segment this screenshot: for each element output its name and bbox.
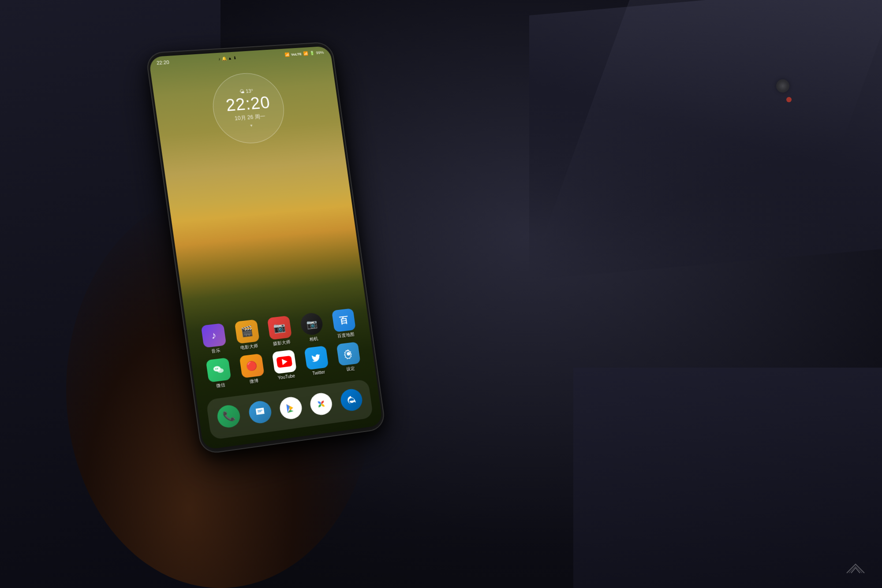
app-youtube[interactable]: YouTube: [270, 349, 300, 381]
dock-edge[interactable]: [337, 387, 366, 414]
photo-master-label: 摄影大师: [273, 339, 291, 347]
youtube-label: YouTube: [277, 373, 295, 381]
dock-edge-icon: [339, 388, 363, 412]
app-twitter[interactable]: Twitter: [302, 346, 332, 377]
music-app-label: 音乐: [211, 348, 221, 354]
photo-master-icon: 📷: [267, 316, 292, 340]
settings-icon: [336, 342, 360, 366]
weibo-label: 微博: [249, 378, 259, 385]
app-baidu-map[interactable]: 百 百度地图: [329, 308, 359, 339]
dock-play-store[interactable]: [276, 395, 306, 422]
twitter-icon: [304, 346, 329, 370]
background-led: [786, 97, 792, 102]
status-icons-left: ♪ 🔔 ▲ ⬇: [218, 56, 237, 61]
weibo-icon: 🔴: [239, 354, 264, 378]
wechat-svg: [212, 363, 226, 377]
video-master-label: 电影大师: [240, 343, 258, 351]
dock-play-store-icon: [278, 396, 303, 421]
svg-point-4: [347, 352, 351, 356]
bg-right-top: [529, 0, 882, 280]
music-app-icon: ♪: [201, 323, 227, 348]
background-camera-lens: [776, 79, 789, 93]
app-weibo[interactable]: 🔴 微博: [237, 353, 267, 385]
weather-display: 🌤 13°: [239, 88, 253, 94]
messages-svg: [254, 406, 267, 418]
video-master-icon: 🎬: [234, 319, 259, 344]
twitter-label: Twitter: [312, 369, 325, 376]
dock-phone-icon: 📞: [216, 404, 242, 429]
clock-expand-arrow[interactable]: ▾: [250, 123, 253, 128]
yt-red-bg: [276, 356, 292, 368]
battery-level: 99%: [316, 50, 324, 55]
app-wechat[interactable]: 微信: [204, 357, 235, 390]
app-music[interactable]: ♪ 音乐: [199, 323, 230, 355]
baidu-map-label: 百度地图: [337, 331, 355, 339]
camera-app-icon: 📷: [299, 312, 324, 336]
baidu-map-icon: 百: [332, 308, 356, 332]
dock-messages-icon: [247, 400, 273, 425]
watermark-svg: [842, 560, 869, 577]
app-video-master[interactable]: 🎬 电影大师: [232, 319, 262, 351]
status-icons-right: 📶 VoLTE 📶 🔋 99%: [284, 50, 324, 57]
app-photo-master[interactable]: 📷 摄影大师: [265, 315, 295, 347]
settings-label: 设定: [346, 366, 355, 372]
clock-widget[interactable]: 🌤 13° 22:20 10月 26 周一 ▾: [209, 71, 289, 146]
dock-messages[interactable]: [245, 399, 275, 427]
scene: 22:20 ♪ 🔔 ▲ ⬇ 📶 VoLTE 📶 🔋 99%: [0, 0, 882, 588]
settings-svg: [342, 347, 355, 360]
twitter-svg: [310, 351, 323, 364]
clock-date: 10月 26 周一: [234, 113, 265, 123]
signal-icon: 📶: [303, 51, 308, 56]
photos-svg: [314, 397, 328, 411]
app-camera[interactable]: 📷 相机: [297, 312, 327, 343]
status-time: 22:20: [156, 60, 169, 66]
download-icon: ⬇: [233, 56, 237, 60]
youtube-icon: [272, 350, 297, 374]
yt-play-icon: [282, 358, 288, 365]
edge-svg: [345, 394, 358, 406]
wechat-label: 微信: [216, 382, 226, 389]
dock-photos-icon: [309, 392, 334, 417]
battery-icon: 🔋: [310, 51, 315, 55]
wifi-icon: 📶: [284, 52, 290, 57]
wechat-icon: [206, 357, 232, 382]
volte-label: VoLTE: [291, 52, 302, 56]
play-store-svg: [284, 401, 298, 415]
dock-phone[interactable]: 📞: [214, 404, 244, 431]
clock-time: 22:20: [225, 94, 271, 114]
app-settings[interactable]: 设定: [334, 342, 364, 373]
bg-right-bottom: [573, 368, 882, 588]
dock-photos[interactable]: [307, 391, 336, 418]
camera-app-label: 相机: [309, 336, 318, 342]
music-icon: ♪: [218, 57, 220, 61]
notification-icon: 🔔: [221, 56, 227, 61]
brand-watermark: [842, 560, 869, 579]
alert-icon: ▲: [228, 56, 232, 60]
